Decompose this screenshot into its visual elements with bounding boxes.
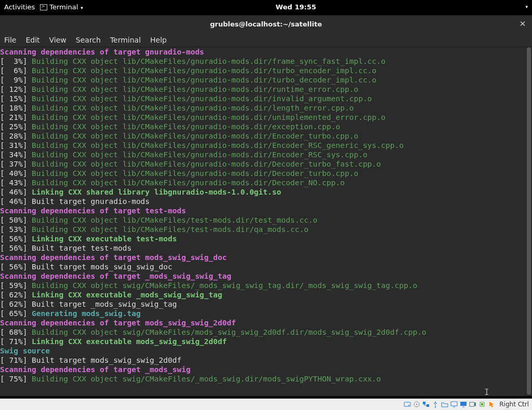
terminal-line: [ 62%] Built target _mods_swig_swig_tag xyxy=(0,299,532,309)
terminal-menubar: File Edit View Search Terminal Help xyxy=(0,33,532,47)
terminal-line: [ 75%] Building CXX object swig/CMakeFil… xyxy=(0,374,532,384)
chevron-down-icon[interactable]: ▾ xyxy=(525,4,528,9)
terminal-line: [ 25%] Building CXX object lib/CMakeFile… xyxy=(0,122,532,131)
terminal-line: [ 12%] Building CXX object lib/CMakeFile… xyxy=(0,85,532,94)
terminal-line: [ 68%] Building CXX object swig/CMakeFil… xyxy=(0,327,532,337)
vm-statusbar: Right Ctrl xyxy=(0,399,532,410)
terminal-line: [ 46%] Built target gnuradio-mods xyxy=(0,197,532,206)
close-button[interactable]: ✕ xyxy=(517,19,528,29)
display2-icon[interactable] xyxy=(460,401,467,408)
terminal-line: Scanning dependencies of target gnuradio… xyxy=(0,47,532,57)
svg-rect-16 xyxy=(470,402,474,406)
cpu-icon[interactable] xyxy=(478,401,486,408)
menu-file[interactable]: File xyxy=(4,36,16,44)
terminal-line: Scanning dependencies of target test-mod… xyxy=(0,206,532,215)
menu-terminal[interactable]: Terminal xyxy=(110,36,141,44)
chevron-down-icon: ▾ xyxy=(79,5,83,10)
terminal-line: [ 46%] Linking CXX shared library libgnu… xyxy=(0,187,532,197)
terminal-line: [ 62%] Linking CXX executable _mods_swig… xyxy=(0,290,532,299)
scrollbar-thumb[interactable] xyxy=(527,47,531,395)
terminal-line: [ 18%] Building CXX object lib/CMakeFile… xyxy=(0,103,532,113)
terminal-line: [ 56%] Linking CXX executable test-mods xyxy=(0,234,532,243)
usb-icon[interactable] xyxy=(432,401,439,408)
terminal-line: [ 15%] Building CXX object lib/CMakeFile… xyxy=(0,94,532,103)
host-key-indicator[interactable]: Right Ctrl xyxy=(499,401,529,408)
terminal-line: [ 59%] Building CXX object swig/CMakeFil… xyxy=(0,281,532,290)
scrollbar[interactable] xyxy=(526,47,531,396)
window-titlebar[interactable]: grubles@localhost:~/satellite ✕ xyxy=(0,15,532,33)
gnome-topbar: Activities Terminal ▾ Wed 19:55 ▾ xyxy=(0,0,532,13)
activities-button[interactable]: Activities xyxy=(4,3,35,11)
display-icon[interactable] xyxy=(450,401,458,408)
terminal-line: Scanning dependencies of target mods_swi… xyxy=(0,253,532,262)
terminal-line: [ 21%] Building CXX object lib/CMakeFile… xyxy=(0,113,532,122)
terminal-line: Scanning dependencies of target _mods_sw… xyxy=(0,365,532,374)
terminal-line: [ 65%] Generating mods_swig.tag xyxy=(0,309,532,318)
terminal-line: [ 71%] Built target mods_swig_swig_2d0df xyxy=(0,356,532,365)
terminal-line: [ 3%] Building CXX object lib/CMakeFiles… xyxy=(0,57,532,66)
mouse-integration-icon[interactable] xyxy=(488,401,495,408)
terminal-line: [ 56%] Built target test-mods xyxy=(0,243,532,253)
shared-folder-icon[interactable] xyxy=(441,401,448,408)
terminal-line: Scanning dependencies of target mods_swi… xyxy=(0,318,532,327)
terminal-line: Scanning dependencies of target _mods_sw… xyxy=(0,271,532,281)
terminal-line: [ 56%] Built target mods_swig_swig_doc xyxy=(0,262,532,271)
terminal-line: [ 6%] Building CXX object lib/CMakeFiles… xyxy=(0,66,532,75)
terminal-line: [ 31%] Building CXX object lib/CMakeFile… xyxy=(0,141,532,150)
terminal-line: [ 71%] Linking CXX executable mods_swig_… xyxy=(0,337,532,346)
recording-icon[interactable] xyxy=(469,401,476,408)
app-menu[interactable]: Terminal ▾ xyxy=(40,3,83,11)
terminal-line: Swig source xyxy=(0,346,532,356)
svg-point-8 xyxy=(416,404,417,405)
terminal-line: [ 28%] Building CXX object lib/CMakeFile… xyxy=(0,131,532,141)
optical-disk-icon[interactable] xyxy=(413,401,420,408)
svg-rect-14 xyxy=(460,402,467,406)
svg-rect-18 xyxy=(481,403,483,405)
text-cursor-icon: I xyxy=(484,388,489,396)
svg-rect-9 xyxy=(423,402,425,404)
menu-edit[interactable]: Edit xyxy=(25,36,39,44)
menu-search[interactable]: Search xyxy=(76,36,101,44)
svg-point-6 xyxy=(408,405,409,406)
clock[interactable]: Wed 19:55 xyxy=(83,3,509,11)
terminal-icon xyxy=(40,4,47,10)
svg-rect-12 xyxy=(451,402,457,406)
terminal-line: [ 40%] Building CXX object lib/CMakeFile… xyxy=(0,169,532,178)
menu-help[interactable]: Help xyxy=(150,36,167,44)
terminal-line: [ 43%] Building CXX object lib/CMakeFile… xyxy=(0,178,532,187)
svg-rect-5 xyxy=(404,402,410,406)
terminal-line: [ 34%] Building CXX object lib/CMakeFile… xyxy=(0,150,532,159)
menu-view[interactable]: View xyxy=(49,36,66,44)
svg-point-11 xyxy=(435,407,436,408)
hard-disk-icon[interactable] xyxy=(404,401,411,408)
network-adapter-icon[interactable] xyxy=(422,401,430,408)
terminal-line: [ 53%] Building CXX object lib/CMakeFile… xyxy=(0,225,532,234)
terminal-line: [ 50%] Building CXX object lib/CMakeFile… xyxy=(0,215,532,225)
terminal-output[interactable]: Scanning dependencies of target gnuradio… xyxy=(0,47,532,396)
terminal-line: [ 9%] Building CXX object lib/CMakeFiles… xyxy=(0,75,532,85)
window-title: grubles@localhost:~/satellite xyxy=(210,20,322,28)
terminal-line: [ 37%] Building CXX object lib/CMakeFile… xyxy=(0,159,532,169)
